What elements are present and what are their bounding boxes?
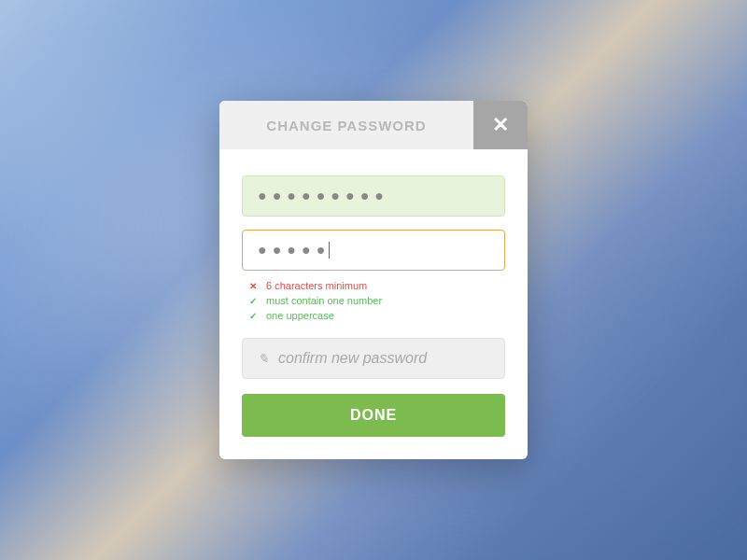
validation-text: 6 characters minimum [266, 280, 367, 291]
current-password-value: ●●●●●●●●● [258, 188, 389, 204]
current-password-field[interactable]: ●●●●●●●●● [242, 175, 505, 217]
validation-text: must contain one number [266, 295, 382, 306]
validation-list: ✕ 6 characters minimum ✓ must contain on… [242, 280, 505, 321]
validation-rule-minlength: ✕ 6 characters minimum [249, 280, 505, 291]
close-button[interactable]: ✕ [473, 101, 528, 149]
validation-text: one uppercase [266, 310, 334, 321]
check-icon: ✓ [249, 311, 259, 321]
confirm-password-field[interactable]: ✎ confirm new password [242, 338, 505, 379]
validation-rule-uppercase: ✓ one uppercase [249, 310, 505, 321]
pencil-icon: ✎ [258, 351, 269, 366]
new-password-field[interactable]: ●●●●● [242, 230, 505, 271]
new-password-value: ●●●●● [258, 242, 331, 259]
change-password-modal: CHANGE PASSWORD ✕ ●●●●●●●●● ●●●●● ✕ 6 ch… [219, 101, 528, 459]
x-icon: ✕ [249, 281, 259, 291]
modal-title: CHANGE PASSWORD [219, 101, 473, 149]
close-icon: ✕ [492, 113, 509, 137]
confirm-placeholder: confirm new password [278, 350, 427, 367]
check-icon: ✓ [249, 296, 259, 306]
text-cursor [329, 242, 330, 259]
modal-body: ●●●●●●●●● ●●●●● ✕ 6 characters minimum ✓… [219, 149, 528, 459]
validation-rule-number: ✓ must contain one number [249, 295, 505, 306]
done-button[interactable]: DONE [242, 394, 505, 437]
modal-header: CHANGE PASSWORD ✕ [219, 101, 528, 149]
